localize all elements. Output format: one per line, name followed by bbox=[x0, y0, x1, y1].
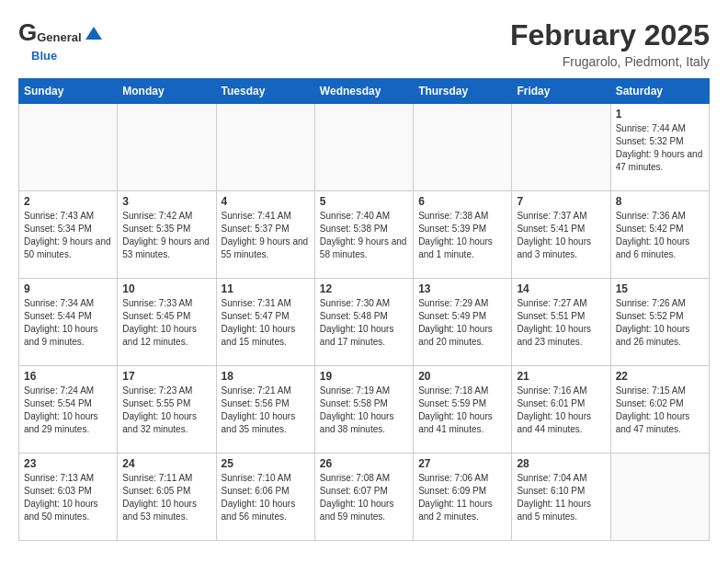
day-number: 26 bbox=[320, 457, 408, 470]
week-row-4: 16Sunrise: 7:24 AM Sunset: 5:54 PM Dayli… bbox=[19, 366, 710, 454]
day-info: Sunrise: 7:10 AM Sunset: 6:06 PM Dayligh… bbox=[222, 472, 310, 523]
day-info: Sunrise: 7:11 AM Sunset: 6:05 PM Dayligh… bbox=[122, 472, 210, 523]
day-info: Sunrise: 7:23 AM Sunset: 5:55 PM Dayligh… bbox=[122, 385, 210, 436]
calendar-cell: 25Sunrise: 7:10 AM Sunset: 6:06 PM Dayli… bbox=[216, 454, 314, 541]
logo-eneral: General bbox=[37, 30, 81, 44]
calendar-cell bbox=[216, 104, 314, 191]
day-info: Sunrise: 7:34 AM Sunset: 5:44 PM Dayligh… bbox=[24, 297, 112, 349]
day-number: 28 bbox=[517, 457, 605, 470]
day-number: 8 bbox=[616, 195, 704, 208]
calendar-cell: 21Sunrise: 7:16 AM Sunset: 6:01 PM Dayli… bbox=[512, 366, 610, 454]
day-info: Sunrise: 7:30 AM Sunset: 5:48 PM Dayligh… bbox=[320, 297, 408, 349]
weekday-header-wednesday: Wednesday bbox=[314, 79, 413, 104]
day-number: 3 bbox=[122, 195, 210, 208]
calendar-cell bbox=[314, 104, 413, 191]
day-info: Sunrise: 7:26 AM Sunset: 5:52 PM Dayligh… bbox=[616, 297, 704, 349]
day-number: 23 bbox=[24, 457, 112, 470]
weekday-header-row: SundayMondayTuesdayWednesdayThursdayFrid… bbox=[19, 79, 710, 104]
calendar-cell: 12Sunrise: 7:30 AM Sunset: 5:48 PM Dayli… bbox=[314, 279, 413, 366]
calendar-cell: 27Sunrise: 7:06 AM Sunset: 6:09 PM Dayli… bbox=[414, 454, 512, 541]
day-info: Sunrise: 7:08 AM Sunset: 6:07 PM Dayligh… bbox=[320, 472, 408, 523]
calendar-cell: 18Sunrise: 7:21 AM Sunset: 5:56 PM Dayli… bbox=[216, 366, 314, 454]
day-info: Sunrise: 7:43 AM Sunset: 5:34 PM Dayligh… bbox=[24, 210, 112, 261]
day-info: Sunrise: 7:16 AM Sunset: 6:01 PM Dayligh… bbox=[517, 385, 605, 436]
calendar-cell: 26Sunrise: 7:08 AM Sunset: 6:07 PM Dayli… bbox=[314, 454, 413, 541]
day-number: 21 bbox=[517, 370, 605, 383]
calendar-cell: 4Sunrise: 7:41 AM Sunset: 5:37 PM Daylig… bbox=[216, 191, 314, 279]
day-info: Sunrise: 7:37 AM Sunset: 5:41 PM Dayligh… bbox=[517, 210, 605, 261]
day-number: 1 bbox=[616, 108, 704, 121]
calendar-cell: 15Sunrise: 7:26 AM Sunset: 5:52 PM Dayli… bbox=[610, 279, 709, 366]
location-title: Frugarolo, Piedmont, Italy bbox=[510, 54, 710, 69]
day-info: Sunrise: 7:06 AM Sunset: 6:09 PM Dayligh… bbox=[418, 472, 506, 523]
calendar-cell: 6Sunrise: 7:38 AM Sunset: 5:39 PM Daylig… bbox=[414, 191, 512, 279]
day-info: Sunrise: 7:15 AM Sunset: 6:02 PM Dayligh… bbox=[616, 385, 704, 436]
svg-marker-0 bbox=[85, 27, 102, 40]
calendar-cell bbox=[118, 104, 216, 191]
day-number: 5 bbox=[320, 195, 408, 208]
day-info: Sunrise: 7:40 AM Sunset: 5:38 PM Dayligh… bbox=[320, 210, 408, 261]
day-info: Sunrise: 7:24 AM Sunset: 5:54 PM Dayligh… bbox=[24, 385, 112, 436]
logo-blue: Blue bbox=[18, 49, 57, 63]
calendar-cell: 8Sunrise: 7:36 AM Sunset: 5:42 PM Daylig… bbox=[610, 191, 709, 279]
day-number: 7 bbox=[517, 195, 605, 208]
day-number: 27 bbox=[418, 457, 506, 470]
day-number: 2 bbox=[24, 195, 112, 208]
day-number: 4 bbox=[222, 195, 310, 208]
day-info: Sunrise: 7:13 AM Sunset: 6:03 PM Dayligh… bbox=[24, 472, 112, 523]
calendar-cell bbox=[414, 104, 512, 191]
calendar-cell bbox=[512, 104, 610, 191]
day-info: Sunrise: 7:27 AM Sunset: 5:51 PM Dayligh… bbox=[517, 297, 605, 349]
day-number: 14 bbox=[517, 282, 605, 295]
calendar-cell: 2Sunrise: 7:43 AM Sunset: 5:34 PM Daylig… bbox=[19, 191, 118, 279]
day-info: Sunrise: 7:36 AM Sunset: 5:42 PM Dayligh… bbox=[616, 210, 704, 261]
calendar-cell: 11Sunrise: 7:31 AM Sunset: 5:47 PM Dayli… bbox=[216, 279, 314, 366]
calendar-cell: 19Sunrise: 7:19 AM Sunset: 5:58 PM Dayli… bbox=[314, 366, 413, 454]
day-number: 10 bbox=[122, 282, 210, 295]
calendar-cell: 17Sunrise: 7:23 AM Sunset: 5:55 PM Dayli… bbox=[118, 366, 216, 454]
day-info: Sunrise: 7:04 AM Sunset: 6:10 PM Dayligh… bbox=[517, 472, 605, 523]
calendar-cell: 22Sunrise: 7:15 AM Sunset: 6:02 PM Dayli… bbox=[610, 366, 709, 454]
weekday-header-monday: Monday bbox=[118, 79, 216, 104]
calendar-cell: 9Sunrise: 7:34 AM Sunset: 5:44 PM Daylig… bbox=[19, 279, 118, 366]
week-row-3: 9Sunrise: 7:34 AM Sunset: 5:44 PM Daylig… bbox=[19, 279, 710, 366]
day-number: 16 bbox=[24, 370, 112, 383]
calendar-cell: 1Sunrise: 7:44 AM Sunset: 5:32 PM Daylig… bbox=[610, 104, 709, 191]
day-number: 18 bbox=[222, 370, 310, 383]
day-number: 20 bbox=[418, 370, 506, 383]
day-number: 6 bbox=[418, 195, 506, 208]
day-info: Sunrise: 7:18 AM Sunset: 5:59 PM Dayligh… bbox=[418, 385, 506, 436]
calendar-cell: 5Sunrise: 7:40 AM Sunset: 5:38 PM Daylig… bbox=[314, 191, 413, 279]
day-number: 24 bbox=[122, 457, 210, 470]
day-info: Sunrise: 7:44 AM Sunset: 5:32 PM Dayligh… bbox=[616, 122, 704, 174]
calendar-table: SundayMondayTuesdayWednesdayThursdayFrid… bbox=[18, 78, 710, 541]
day-info: Sunrise: 7:21 AM Sunset: 5:56 PM Dayligh… bbox=[222, 385, 310, 436]
calendar-cell: 10Sunrise: 7:33 AM Sunset: 5:45 PM Dayli… bbox=[118, 279, 216, 366]
day-number: 11 bbox=[222, 282, 310, 295]
weekday-header-thursday: Thursday bbox=[414, 79, 512, 104]
calendar-cell: 14Sunrise: 7:27 AM Sunset: 5:51 PM Dayli… bbox=[512, 279, 610, 366]
day-number: 17 bbox=[122, 370, 210, 383]
calendar-cell: 20Sunrise: 7:18 AM Sunset: 5:59 PM Dayli… bbox=[414, 366, 512, 454]
weekday-header-friday: Friday bbox=[512, 79, 610, 104]
month-title: February 2025 bbox=[510, 18, 710, 52]
calendar-cell: 24Sunrise: 7:11 AM Sunset: 6:05 PM Dayli… bbox=[118, 454, 216, 541]
calendar-cell: 13Sunrise: 7:29 AM Sunset: 5:49 PM Dayli… bbox=[414, 279, 512, 366]
calendar-cell: 3Sunrise: 7:42 AM Sunset: 5:35 PM Daylig… bbox=[118, 191, 216, 279]
logo-triangle-icon bbox=[84, 23, 104, 43]
logo: G General Blue bbox=[18, 18, 104, 63]
day-info: Sunrise: 7:38 AM Sunset: 5:39 PM Dayligh… bbox=[418, 210, 506, 261]
day-number: 15 bbox=[616, 282, 704, 295]
logo-g-letter: G bbox=[18, 18, 37, 47]
day-number: 13 bbox=[418, 282, 506, 295]
week-row-2: 2Sunrise: 7:43 AM Sunset: 5:34 PM Daylig… bbox=[19, 191, 710, 279]
calendar-cell: 7Sunrise: 7:37 AM Sunset: 5:41 PM Daylig… bbox=[512, 191, 610, 279]
weekday-header-saturday: Saturday bbox=[610, 79, 709, 104]
day-number: 19 bbox=[320, 370, 408, 383]
calendar-cell: 16Sunrise: 7:24 AM Sunset: 5:54 PM Dayli… bbox=[19, 366, 118, 454]
week-row-5: 23Sunrise: 7:13 AM Sunset: 6:03 PM Dayli… bbox=[19, 454, 710, 541]
day-info: Sunrise: 7:41 AM Sunset: 5:37 PM Dayligh… bbox=[222, 210, 310, 261]
calendar-cell bbox=[610, 454, 709, 541]
day-info: Sunrise: 7:19 AM Sunset: 5:58 PM Dayligh… bbox=[320, 385, 408, 436]
weekday-header-sunday: Sunday bbox=[19, 79, 118, 104]
